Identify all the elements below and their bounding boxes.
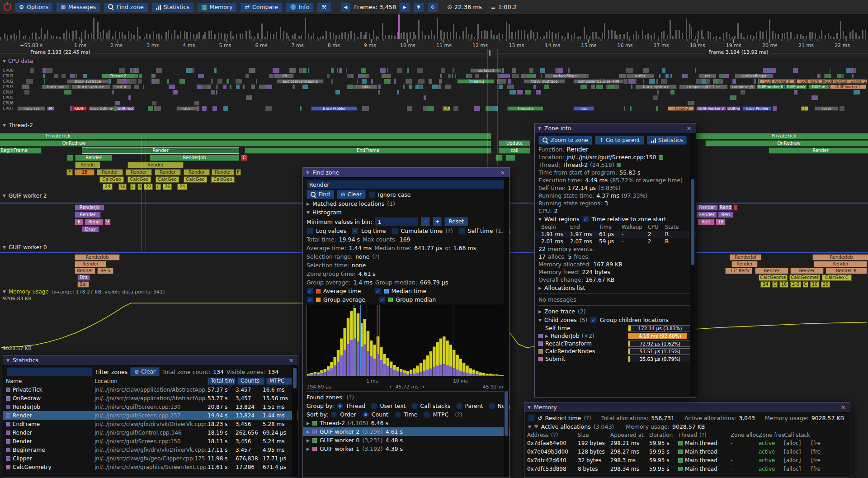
scrollbar[interactable] (504, 178, 509, 477)
frame-set-button[interactable]: ▼ (413, 2, 424, 12)
timeline-zone[interactable]: CalcGeo (156, 176, 179, 183)
filter-zones-input[interactable] (7, 367, 93, 376)
collapse-icon[interactable]: ▼ (6, 358, 9, 363)
timeline-zone[interactable]: Rencer (755, 268, 788, 274)
collapse-icon[interactable]: ▼ (528, 405, 531, 410)
timeline-zone[interactable]: F (66, 169, 73, 175)
cpu-zone-segment[interactable]: GUIF wor (117, 106, 135, 111)
found-zone-group[interactable]: ▶GUIF worker 1(3,192)4.39 s (303, 445, 509, 453)
compare-button[interactable]: ⇄Compare (240, 2, 282, 12)
timeline-zone[interactable]: 18 (75, 169, 94, 175)
callstack-alloc-link[interactable]: [alloc] (784, 466, 811, 472)
timeline-zone[interactable]: CalcGeo C (822, 274, 852, 281)
collapse-icon[interactable]: ▼ (538, 126, 541, 131)
timeline-zone[interactable]: Render (814, 261, 867, 267)
found-zone-group[interactable]: ▶GUIF worker 2(3,296)4.61 s (303, 427, 509, 436)
decrease-button[interactable]: - (421, 217, 430, 226)
time-histogram[interactable] (307, 305, 506, 377)
histogram-section-header[interactable]: ▼ Histogram (303, 208, 509, 217)
statistics-row[interactable]: Renderjni/../jni/src/guif/Screen.cpp:150… (3, 437, 298, 445)
zone-trace-header[interactable]: ▶ Zone trace (2) (535, 307, 696, 316)
callstack-alloc-link[interactable]: [alloc] (784, 457, 811, 464)
timeline-zone[interactable]: -17' RerS (725, 268, 752, 274)
timeline-zone[interactable] (505, 155, 515, 161)
average-time-checkbox[interactable]: ✓ (307, 288, 313, 294)
child-zone-row[interactable]: CalcRenderNodes51.51 µs (1.15%) (535, 347, 696, 355)
ignore-case-checkbox[interactable] (368, 191, 375, 198)
column-header[interactable]: Appeared at (610, 432, 649, 438)
statistics-row[interactable]: CalcGeometryjni/../jni/src/claw/graphics… (3, 463, 298, 471)
timeline-zone[interactable]: Render (155, 169, 181, 175)
log-values-checkbox[interactable] (307, 227, 313, 234)
timeline-zone[interactable]: Render (97, 169, 123, 175)
reset-button[interactable]: Reset (444, 217, 468, 226)
thread-header-guif-worker-0[interactable]: ▼GUIF worker 0 (3, 244, 47, 251)
cpu-zone-segment[interactable]: syste (815, 106, 838, 111)
timeline-zone[interactable]: PrivateTick (695, 133, 868, 139)
sort-by-count[interactable] (363, 412, 369, 418)
allocation-row[interactable]: 0x7dfaa64e00192 bytes298.21 ms59.95 sMai… (524, 439, 850, 447)
timeline-zone[interactable]: C (130, 184, 136, 190)
group-by-user-text[interactable] (371, 403, 377, 409)
cpu-zone-segment[interactable]: Tracy Profiler (742, 106, 771, 111)
timeline-zone[interactable]: Rencer (790, 268, 824, 274)
timeline-zone[interactable]: Re 5 (97, 268, 113, 274)
timeline-zone[interactable]: 18 (716, 219, 726, 225)
timeline-zone[interactable] (67, 155, 73, 161)
timeline-zone[interactable]: Ren (718, 212, 733, 218)
self-time-checkbox[interactable] (458, 227, 465, 234)
timeline-zone[interactable]: Rende (75, 162, 100, 168)
min-bin-input[interactable] (375, 217, 418, 226)
timeline-zone[interactable]: PrivateTick (0, 133, 491, 139)
callstack-free-link[interactable]: [fre (811, 466, 836, 472)
cpu-zone-segment[interactable]: composer@2.1-se [HW (573, 79, 624, 84)
timeline-zone[interactable]: RenderJol (730, 254, 761, 260)
timeline-zone[interactable]: 8 (75, 219, 84, 225)
group-by-thread[interactable] (337, 403, 343, 409)
timeline-zone[interactable]: Render (75, 212, 101, 218)
wait-region-row[interactable]: 1.91 ms1.97 ms61 µs-2R (535, 231, 696, 238)
group-by-parent[interactable] (456, 403, 462, 409)
statistics-row[interactable]: Clipperjni/../jni/src/claw/gfx/geo/Clipp… (3, 454, 298, 463)
help-icon[interactable]: (?) (551, 432, 558, 438)
timeline-zone[interactable]: C (803, 281, 808, 288)
timeline-zone[interactable]: 9 (104, 219, 111, 225)
increase-button[interactable]: + (433, 217, 442, 226)
timeline-zone[interactable]: 2-0 (790, 281, 801, 288)
timeline-zone[interactable]: Render (696, 204, 718, 211)
column-header[interactable]: Call stack (784, 432, 811, 438)
frames-strip[interactable] (0, 14, 868, 39)
timeline-zone[interactable]: 26 (163, 184, 172, 190)
timeline-zone[interactable]: 20 (821, 281, 830, 288)
goto-frame-button[interactable]: ⊕ (427, 2, 438, 12)
cpu-zone-segment[interactable]: GUIF worker 2 (840, 79, 867, 84)
search-input[interactable] (307, 180, 506, 189)
group-median-checkbox[interactable]: ✓ (379, 296, 386, 303)
statistics-row[interactable]: OnRedrawjni/../jni/src/claw/application/… (3, 394, 298, 402)
group-by-no-grouping[interactable] (489, 403, 495, 409)
messages-button[interactable]: ✉Messages (56, 2, 100, 12)
wait-regions-header[interactable]: ▼ Wait regions ✓ Time relative to zone s… (535, 215, 696, 223)
cpu-zone-segment[interactable]: surfaceflinger (545, 74, 586, 78)
cpu-zone-segment[interactable]: Thread-2 (507, 106, 543, 111)
callstack-free-link[interactable]: [fre (811, 449, 836, 455)
collapse-icon[interactable]: ▼ (306, 170, 309, 175)
cpu-zone-segment[interactable]: GUIF-w (808, 85, 828, 89)
cpu-zone-segment[interactable]: Tracy Profiler (311, 106, 357, 111)
column-header[interactable]: Zone alloc (731, 432, 759, 438)
cpu-zone-segment[interactable]: A (444, 106, 450, 111)
child-zone-row[interactable]: RecalcTransform72.92 µs (1.62%) (535, 340, 696, 347)
child-zone-row[interactable]: Submit35.63 µs (0.79%) (535, 355, 696, 363)
timeline-zone[interactable]: RenderJob (812, 254, 868, 260)
cpu-zone-segment[interactable]: I (801, 106, 808, 111)
cpu-zone-segment[interactable]: GUIF-w (825, 79, 839, 84)
callstack-alloc-link[interactable]: [alloc] (784, 440, 811, 446)
timeline-zone[interactable]: Render (126, 169, 152, 175)
time-relative-checkbox[interactable]: ✓ (582, 216, 589, 222)
cpu-zone-segment[interactable]: tracy_systrace (67, 79, 108, 84)
timeline-zone[interactable]: Render (127, 162, 184, 168)
cpu-zone-segment[interactable]: GUIF-work (785, 85, 807, 89)
cpu-zone-segment[interactable]: Tracy sys (17, 106, 45, 111)
median-time-checkbox[interactable]: ✓ (375, 288, 382, 294)
timeline-zone[interactable]: Render (212, 169, 234, 175)
